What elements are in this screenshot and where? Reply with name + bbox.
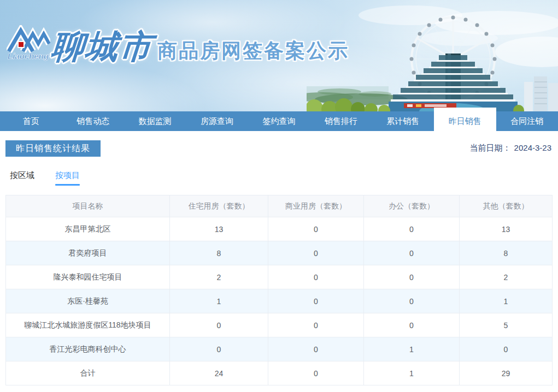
nav-item-yesterday-sales[interactable]: 昨日销售 (434, 111, 496, 131)
project-name-cell: 东昌甲第北区 (6, 217, 170, 241)
nav-item-contract-cancel[interactable]: 合同注销 (496, 111, 558, 131)
header-office: 办公（套数） (364, 195, 460, 217)
table-row: 东医·桂馨苑 1 0 0 1 (6, 289, 553, 313)
other-cell: 1 (460, 289, 553, 313)
site-logo: Liaocheng (7, 25, 50, 61)
office-cell: 0 (364, 313, 460, 337)
commercial-cell: 0 (268, 289, 364, 313)
office-total-cell: 1 (364, 361, 460, 385)
logo-text: Liaocheng (8, 51, 49, 61)
residential-cell: 0 (170, 313, 268, 337)
office-cell: 0 (364, 241, 460, 265)
nav-item-sales-trends[interactable]: 销售动态 (62, 111, 124, 131)
table-row: 香江光彩电商科创中心 0 0 1 0 (6, 337, 553, 361)
residential-cell: 13 (170, 217, 268, 241)
other-cell: 8 (460, 241, 553, 265)
residential-total-cell: 24 (170, 361, 268, 385)
header-project-name: 项目名称 (6, 195, 170, 217)
residential-cell: 2 (170, 265, 268, 289)
office-cell: 0 (364, 265, 460, 289)
other-total-cell: 29 (460, 361, 553, 385)
nav-item-data-monitor[interactable]: 数据监测 (124, 111, 186, 131)
page-title: 昨日销售统计结果 (5, 140, 101, 157)
commercial-total-cell: 0 (268, 361, 364, 385)
building-illustration (389, 54, 518, 111)
table-total-row: 合计 24 0 1 29 (6, 361, 553, 385)
page: Liaocheng 聊城市 商品房网签备案公示 首页 销售动态 数据监测 房源查… (0, 0, 558, 392)
header-residential: 住宅用房（套数） (170, 195, 268, 217)
project-name-cell: 香江光彩电商科创中心 (6, 337, 170, 361)
title-row: 昨日销售统计结果 当前日期：2024-3-23 (5, 140, 553, 157)
site-name: 聊城市 (50, 26, 154, 68)
sub-tabs: 按区域 按项目 (5, 170, 553, 186)
current-date-label: 当前日期： (470, 143, 511, 152)
nav-item-listing-query[interactable]: 房源查询 (186, 111, 248, 131)
main-nav: 首页 销售动态 数据监测 房源查询 签约查询 销售排行 累计销售 昨日销售 合同… (0, 111, 558, 131)
residential-cell: 8 (170, 241, 268, 265)
project-name-cell: 东医·桂馨苑 (6, 289, 170, 313)
commercial-cell: 0 (268, 265, 364, 289)
other-cell: 5 (460, 313, 553, 337)
table-row: 聊城江北水城旅游度假区118地块项目 0 0 0 5 (6, 313, 553, 337)
nav-item-contract-query[interactable]: 签约查询 (248, 111, 310, 131)
other-cell: 2 (460, 265, 553, 289)
site-subtitle: 商品房网签备案公示 (157, 38, 349, 63)
office-cell: 0 (364, 217, 460, 241)
nav-item-home[interactable]: 首页 (0, 111, 62, 131)
residential-cell: 0 (170, 337, 268, 361)
header-other: 其他（套数） (460, 195, 553, 217)
banner: Liaocheng 聊城市 商品房网签备案公示 (0, 0, 558, 111)
other-cell: 0 (460, 337, 553, 361)
office-cell: 1 (364, 337, 460, 361)
commercial-cell: 0 (268, 241, 364, 265)
project-name-cell: 隆兴泰和园住宅项目 (6, 265, 170, 289)
table-header-row: 项目名称 住宅用房（套数） 商业用房（套数） 办公（套数） 其他（套数） (6, 195, 553, 217)
right-buildings-illustration (524, 76, 558, 111)
nav-item-cumulative-sales[interactable]: 累计销售 (372, 111, 434, 131)
total-label-cell: 合计 (6, 361, 170, 385)
table-row: 东昌甲第北区 13 0 0 13 (6, 217, 553, 241)
current-date-value: 2024-3-23 (514, 143, 551, 152)
table-row: 君奕府项目 8 0 0 8 (6, 241, 553, 265)
current-date: 当前日期：2024-3-23 (470, 143, 551, 153)
project-name-cell: 君奕府项目 (6, 241, 170, 265)
content: 昨日销售统计结果 当前日期：2024-3-23 按区域 按项目 项目名称 住宅用… (0, 140, 558, 385)
header-commercial: 商业用房（套数） (268, 195, 364, 217)
residential-cell: 1 (170, 289, 268, 313)
other-cell: 13 (460, 217, 553, 241)
table-row: 隆兴泰和园住宅项目 2 0 0 2 (6, 265, 553, 289)
logo-mark-icon (9, 31, 49, 51)
nav-item-sales-ranking[interactable]: 销售排行 (310, 111, 372, 131)
tab-by-region[interactable]: 按区域 (10, 170, 34, 186)
site-title: 聊城市 商品房网签备案公示 (51, 26, 349, 68)
office-cell: 0 (364, 289, 460, 313)
commercial-cell: 0 (268, 337, 364, 361)
commercial-cell: 0 (268, 313, 364, 337)
sales-table: 项目名称 住宅用房（套数） 商业用房（套数） 办公（套数） 其他（套数） 东昌甲… (5, 195, 553, 385)
project-name-cell: 聊城江北水城旅游度假区118地块项目 (6, 313, 170, 337)
tab-by-project[interactable]: 按项目 (55, 170, 80, 186)
commercial-cell: 0 (268, 217, 364, 241)
